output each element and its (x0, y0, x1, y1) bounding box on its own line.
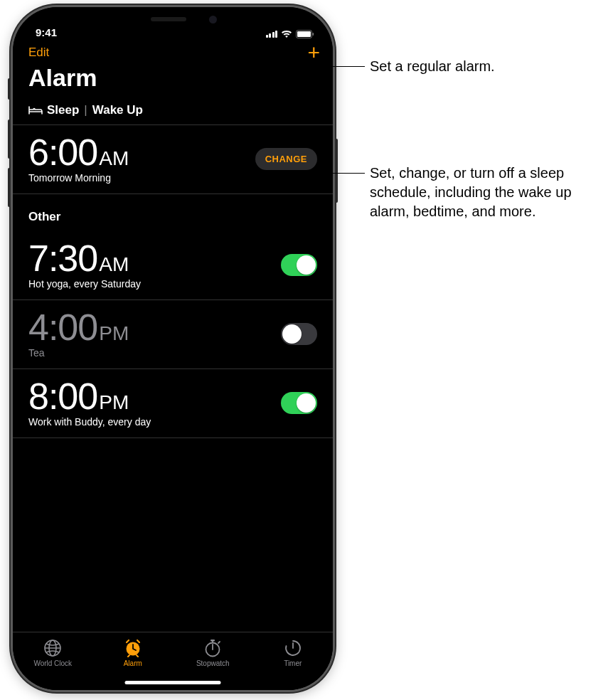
edit-button[interactable]: Edit (28, 46, 49, 60)
tab-label: Timer (284, 659, 302, 667)
notch (102, 7, 244, 31)
alarm-icon (124, 638, 142, 658)
sleep-section-label-2: Wake Up (92, 103, 143, 117)
power-button[interactable] (334, 139, 338, 203)
other-section-label: Other (28, 210, 60, 224)
alarm-label: Work with Buddy, every day (28, 416, 151, 428)
alarm-list[interactable]: Sleep | Wake Up 6:00 AM Tomorrow Morning… (13, 99, 333, 632)
callout-line (308, 173, 365, 174)
svg-line-11 (218, 642, 220, 643)
callout-add-alarm: Set a regular alarm. (370, 57, 495, 76)
wakeup-time: 6:00 (28, 134, 97, 171)
alarm-label: Tea (28, 347, 129, 359)
alarm-toggle[interactable] (281, 254, 317, 276)
tab-label: World Clock (33, 659, 72, 667)
callout-line (308, 66, 365, 67)
silence-switch[interactable] (8, 78, 11, 100)
battery-icon (296, 30, 314, 38)
alarm-label: Hot yoga, every Saturday (28, 278, 141, 290)
wakeup-alarm-row[interactable]: 6:00 AM Tomorrow Morning CHANGE (13, 125, 333, 194)
callout-change-schedule: Set, change, or turn off a sleep schedul… (370, 164, 612, 221)
volume-up-button[interactable] (8, 120, 11, 159)
sleep-section-label-1: Sleep (47, 103, 79, 117)
cellular-signal-icon (266, 31, 278, 38)
globe-icon (43, 638, 62, 658)
tab-label: Alarm (124, 659, 142, 667)
page-title: Alarm (13, 61, 333, 99)
svg-rect-2 (313, 33, 314, 36)
tab-timer[interactable]: Timer (265, 638, 321, 690)
tab-label: Stopwatch (196, 659, 230, 667)
svg-rect-1 (297, 31, 311, 37)
alarm-row[interactable]: 8:00 PM Work with Buddy, every day (13, 369, 333, 438)
alarm-ampm: PM (99, 322, 129, 345)
alarm-time: 4:00 (28, 309, 97, 346)
home-indicator[interactable] (125, 681, 221, 684)
wakeup-subtitle: Tomorrow Morning (28, 172, 129, 184)
alarm-ampm: AM (99, 253, 129, 276)
status-time: 9:41 (36, 26, 57, 38)
alarm-time: 8:00 (28, 378, 97, 415)
tab-world-clock[interactable]: World Clock (24, 638, 81, 690)
phone-frame: 9:41 Edit + Alarm (13, 7, 333, 690)
alarm-time: 7:30 (28, 240, 97, 277)
alarm-toggle[interactable] (281, 323, 317, 345)
alarm-ampm: PM (99, 391, 129, 414)
section-divider: | (84, 103, 87, 117)
alarm-row[interactable]: 4:00 PM Tea (13, 300, 333, 369)
nav-bar: Edit + (13, 40, 333, 61)
wakeup-ampm: AM (99, 147, 129, 170)
volume-down-button[interactable] (8, 168, 11, 207)
bed-icon (28, 105, 43, 115)
other-section-header: Other (13, 194, 333, 231)
wifi-icon (281, 30, 292, 38)
change-button[interactable]: CHANGE (255, 148, 317, 170)
sleep-section-header: Sleep | Wake Up (13, 99, 333, 125)
add-alarm-button[interactable]: + (307, 46, 320, 60)
stopwatch-icon (203, 638, 222, 658)
alarm-toggle[interactable] (281, 392, 317, 414)
screen: 9:41 Edit + Alarm (13, 7, 333, 690)
alarm-row[interactable]: 7:30 AM Hot yoga, every Saturday (13, 231, 333, 300)
timer-icon (284, 638, 302, 658)
